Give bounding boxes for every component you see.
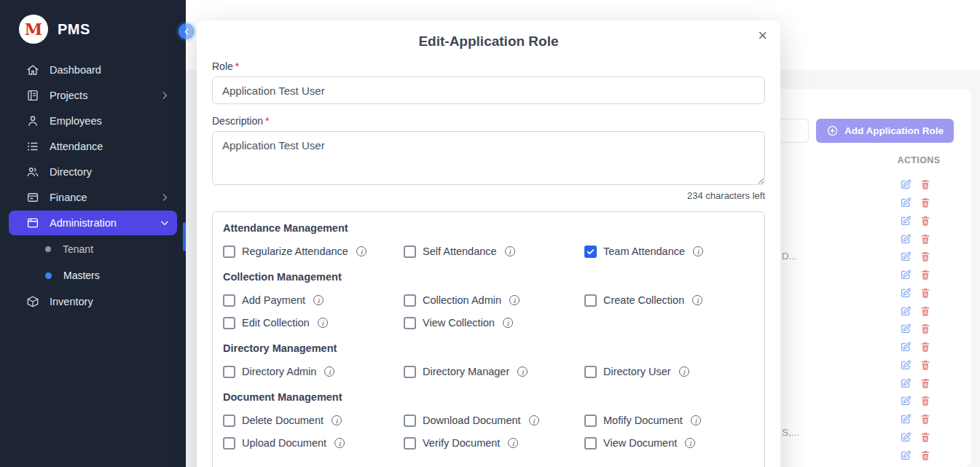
sidebar-item-dashboard[interactable]: Dashboard xyxy=(9,58,177,82)
permission-label: Regularize Attendance xyxy=(242,246,348,257)
logo-letter: M xyxy=(25,20,42,39)
sidebar-item-label: Employees xyxy=(50,115,102,127)
info-icon[interactable]: i xyxy=(679,366,689,377)
info-icon[interactable]: i xyxy=(517,366,528,377)
checkbox[interactable] xyxy=(223,294,235,307)
permission-directory-manager[interactable]: Directory Manager i xyxy=(404,364,584,380)
checkbox[interactable] xyxy=(223,415,235,427)
info-icon[interactable]: i xyxy=(685,438,695,448)
permission-label: Edit Collection xyxy=(242,317,310,329)
permission-directory-admin[interactable]: Directory Admin i xyxy=(223,364,404,380)
sidebar-item-attendance[interactable]: Attendance xyxy=(9,134,177,159)
checkbox[interactable] xyxy=(404,366,416,378)
characters-left-counter: 234 characters left xyxy=(212,190,765,201)
permission-group-title: Directory Management xyxy=(223,342,754,354)
info-icon[interactable]: i xyxy=(692,295,702,305)
permission-upload-document[interactable]: Upload Document i xyxy=(223,435,404,451)
inventory-icon xyxy=(26,295,39,308)
permission-self-attendance[interactable]: Self Attendance i xyxy=(404,243,584,259)
permission-label: Directory User xyxy=(603,366,671,377)
permission-group: Collection Management Add Payment i Coll… xyxy=(223,271,754,331)
checkbox[interactable] xyxy=(404,294,416,307)
info-icon[interactable]: i xyxy=(693,246,703,256)
required-asterisk: * xyxy=(265,115,269,127)
checkbox[interactable] xyxy=(404,246,416,258)
checkbox[interactable] xyxy=(584,366,597,378)
checkbox[interactable] xyxy=(404,437,416,450)
checkbox[interactable] xyxy=(223,317,235,329)
checkbox[interactable] xyxy=(223,366,235,378)
home-icon xyxy=(26,63,39,76)
permission-team-attendance[interactable]: Team Attendance i xyxy=(584,243,754,259)
permission-add-payment[interactable]: Add Payment i xyxy=(223,292,404,308)
info-icon[interactable]: i xyxy=(508,438,518,448)
permission-label: Add Payment xyxy=(242,294,305,306)
permission-edit-collection[interactable]: Edit Collection i xyxy=(223,315,404,331)
permission-grid: Delete Document i Download Document i Mo… xyxy=(223,412,754,451)
sidebar-subitem-label: Masters xyxy=(63,270,100,281)
checkbox[interactable] xyxy=(223,246,235,258)
checkbox[interactable] xyxy=(223,437,235,450)
permission-label: Self Attendance xyxy=(423,246,497,257)
sidebar-item-directory[interactable]: Directory xyxy=(9,160,177,184)
checkbox[interactable] xyxy=(404,317,416,329)
permission-label: Directory Manager xyxy=(423,366,509,377)
permission-download-document[interactable]: Download Document i xyxy=(404,412,584,428)
checkbox[interactable] xyxy=(584,415,597,427)
permission-grid: Regularize Attendance i Self Attendance … xyxy=(223,243,754,259)
sidebar-item-inventory[interactable]: Inventory xyxy=(9,289,177,314)
role-input[interactable] xyxy=(212,76,765,104)
description-textarea[interactable]: Application Test User xyxy=(212,131,765,185)
permission-verify-document[interactable]: Verify Document i xyxy=(404,435,584,451)
info-icon[interactable]: i xyxy=(505,246,515,256)
sidebar-subitem-masters[interactable]: Masters xyxy=(0,262,186,289)
description-label-text: Description xyxy=(212,115,263,127)
admin-icon xyxy=(26,216,39,229)
permission-regularize-attendance[interactable]: Regularize Attendance i xyxy=(223,243,404,259)
chevron-down-icon xyxy=(160,218,170,228)
sidebar-item-employees[interactable]: Employees xyxy=(9,109,177,133)
sidebar-item-finance[interactable]: Finance xyxy=(9,185,177,210)
permission-label: View Document xyxy=(603,437,677,449)
permission-group: Directory Management Directory Admin i D… xyxy=(223,342,754,380)
permissions-box[interactable]: Attendance Management Regularize Attenda… xyxy=(212,211,765,467)
sidebar-subitem-label: Tenant xyxy=(63,243,93,255)
sidebar-item-projects[interactable]: Projects xyxy=(9,83,177,108)
modal-title: Edit-Application Role xyxy=(212,20,765,50)
permission-view-collection[interactable]: View Collection i xyxy=(404,315,584,331)
sidebar-subitem-tenant[interactable]: Tenant xyxy=(0,236,186,262)
sidebar-item-label: Dashboard xyxy=(50,64,101,76)
chevron-right-icon xyxy=(160,90,170,101)
permission-label: Delete Document xyxy=(242,415,324,426)
permission-grid: Directory Admin i Directory Manager i Di… xyxy=(223,364,754,380)
permission-view-document[interactable]: View Document i xyxy=(584,435,754,451)
info-icon[interactable]: i xyxy=(313,295,324,305)
edit-application-role-modal: × Edit-Application Role Role* Descriptio… xyxy=(197,20,780,467)
info-icon[interactable]: i xyxy=(529,415,539,425)
permission-group: Document Management Delete Document i Do… xyxy=(223,391,754,451)
info-icon[interactable]: i xyxy=(318,318,328,328)
permission-delete-document[interactable]: Delete Document i xyxy=(223,412,404,428)
permission-label: Mofify Document xyxy=(603,415,683,426)
sidebar-item-administration[interactable]: Administration xyxy=(9,211,177,235)
permission-collection-admin[interactable]: Collection Admin i xyxy=(404,292,584,308)
info-icon[interactable]: i xyxy=(356,246,366,256)
permission-group-title: Collection Management xyxy=(223,271,754,283)
checkbox[interactable] xyxy=(584,246,597,258)
info-icon[interactable]: i xyxy=(334,438,345,448)
checkbox[interactable] xyxy=(404,415,416,427)
permission-create-collection[interactable]: Create Collection i xyxy=(584,292,754,308)
permission-group-title: Attendance Management xyxy=(223,222,754,234)
checkbox[interactable] xyxy=(584,437,597,450)
permission-mofify-document[interactable]: Mofify Document i xyxy=(584,412,754,428)
info-icon[interactable]: i xyxy=(691,415,701,425)
app-logo-row: M PMS xyxy=(0,0,186,52)
info-icon[interactable]: i xyxy=(509,295,520,305)
bullet-dot-icon xyxy=(45,272,52,279)
info-icon[interactable]: i xyxy=(332,415,342,425)
permission-directory-user[interactable]: Directory User i xyxy=(584,364,754,380)
checkbox[interactable] xyxy=(584,294,597,307)
close-icon[interactable]: × xyxy=(758,28,767,44)
info-icon[interactable]: i xyxy=(503,318,513,328)
info-icon[interactable]: i xyxy=(324,366,334,377)
